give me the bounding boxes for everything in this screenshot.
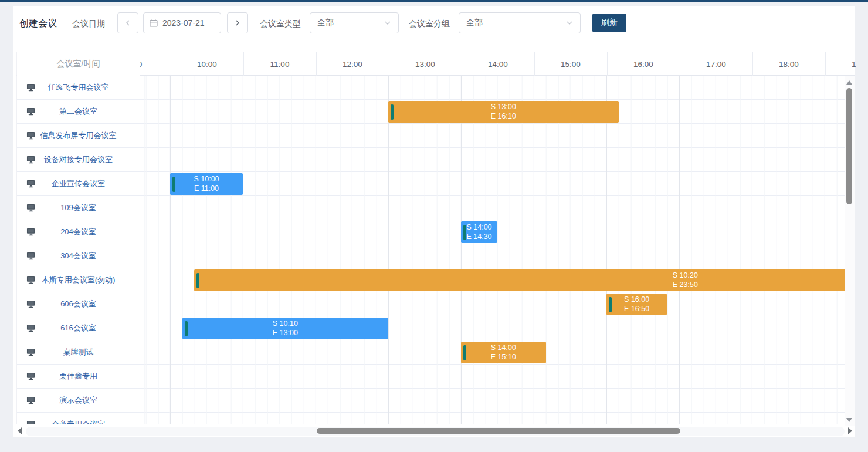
chevron-down-icon	[566, 19, 573, 26]
monitor-icon	[26, 372, 35, 380]
monitor-icon	[26, 300, 35, 308]
prev-day-button[interactable]	[117, 12, 138, 33]
schedule-grid[interactable]: S 13:00E 16:10S 10:00E 11:00S 14:00E 14:…	[140, 76, 845, 424]
room-name-link[interactable]: 演示会议室	[59, 395, 97, 406]
chevron-down-icon	[384, 19, 391, 26]
refresh-button[interactable]: 刷新	[592, 14, 626, 32]
schedule-header: 会议室/时间 9:0010:0011:0012:0013:0014:0015:0…	[16, 52, 855, 76]
event-time-label: S 14:00E 14:30	[461, 222, 497, 241]
monitor-icon	[26, 228, 35, 236]
time-axis: 9:0010:0011:0012:0013:0014:0015:0016:001…	[140, 52, 856, 76]
monitor-icon	[26, 276, 35, 284]
scroll-up-arrow-icon[interactable]	[846, 80, 852, 85]
room-name-link[interactable]: 木斯专用会议室(勿动)	[42, 275, 116, 285]
time-axis-label: 10:00	[171, 52, 243, 76]
room-row: 企业宣传会议室	[17, 172, 140, 196]
room-name-link[interactable]: 桌牌测试	[63, 347, 94, 357]
next-day-button[interactable]	[227, 12, 248, 33]
meeting-date-label: 会议日期	[72, 19, 105, 29]
date-picker-input[interactable]: 2023-07-21	[143, 12, 221, 33]
monitor-icon	[26, 324, 35, 332]
room-name-link[interactable]: 企业宣传会议室	[52, 178, 105, 189]
room-group-select[interactable]: 全部	[459, 12, 581, 33]
room-row: 第二会议室	[17, 100, 140, 124]
time-axis-label: 15:00	[534, 52, 607, 76]
room-name-link[interactable]: 会商专用会议室	[52, 419, 105, 424]
monitor-icon	[26, 156, 35, 164]
monitor-icon	[26, 204, 35, 212]
scroll-down-arrow-icon[interactable]	[846, 418, 852, 422]
room-name-link[interactable]: 任逸飞专用会议室	[48, 82, 109, 93]
room-type-label: 会议室类型	[260, 19, 301, 29]
room-row: 任逸飞专用会议室	[17, 76, 140, 100]
room-row: 栗佳鑫专用	[17, 365, 140, 389]
room-name-link[interactable]: 616会议室	[60, 323, 96, 333]
meeting-event-bar[interactable]: S 14:00E 15:10	[461, 342, 546, 363]
monitor-icon	[26, 252, 35, 260]
room-row: 304会议室	[17, 244, 140, 268]
room-group-label: 会议室分组	[409, 19, 450, 29]
corner-header-cell: 会议室/时间	[17, 52, 140, 76]
room-row: 演示会议室	[17, 389, 140, 413]
event-time-label: S 10:10E 13:00	[182, 319, 388, 338]
room-row: 204会议室	[17, 220, 140, 244]
time-axis-label: 12:00	[316, 52, 389, 76]
time-axis-label: 9:00	[140, 52, 171, 76]
room-name-link[interactable]: 109会议室	[60, 203, 96, 213]
room-name-link[interactable]: 606会议室	[60, 299, 96, 309]
time-axis-label: 13:00	[389, 52, 462, 76]
calendar-icon	[150, 19, 158, 27]
time-axis-label: 14:00	[462, 52, 534, 76]
scroll-right-arrow-icon[interactable]	[848, 427, 852, 434]
meeting-event-bar[interactable]: S 16:00E 16:50	[606, 294, 667, 315]
monitor-icon	[26, 83, 35, 92]
vertical-scrollbar-thumb[interactable]	[846, 88, 852, 204]
monitor-icon	[26, 396, 35, 404]
room-name-link[interactable]: 栗佳鑫专用	[59, 371, 97, 382]
room-name-link[interactable]: 204会议室	[60, 227, 96, 237]
meeting-event-bar[interactable]: S 10:20E 23:50	[194, 269, 845, 291]
room-row: 设备对接专用会议室	[17, 148, 140, 172]
room-name-link[interactable]: 第二会议室	[59, 106, 97, 117]
room-row: 信息发布屏专用会议室	[17, 124, 140, 148]
room-row: 桌牌测试	[17, 340, 140, 365]
horizontal-scrollbar-thumb[interactable]	[317, 428, 680, 434]
meeting-schedule-page: 创建会议 会议日期 2023-07-21 会议室类型 全部 会议室分组 全部	[0, 0, 868, 452]
room-group-value: 全部	[466, 18, 483, 28]
meeting-event-bar[interactable]: S 10:10E 13:00	[182, 318, 388, 339]
monitor-icon	[26, 131, 35, 140]
room-type-value: 全部	[317, 18, 334, 28]
scroll-left-arrow-icon[interactable]	[18, 427, 22, 434]
time-axis-label: 16:00	[607, 52, 680, 76]
event-time-label: S 10:20E 23:50	[194, 271, 845, 289]
vertical-scrollbar-track[interactable]	[845, 76, 855, 426]
chevron-right-icon	[235, 20, 240, 26]
room-row: 会商专用会议室	[17, 413, 140, 424]
chevron-left-icon	[125, 20, 131, 26]
meeting-event-bar[interactable]: S 13:00E 16:10	[388, 101, 619, 123]
time-axis-label: 19:00	[825, 52, 856, 76]
room-row: 606会议室	[17, 292, 140, 316]
event-time-label: S 14:00E 15:10	[461, 343, 546, 362]
monitor-icon	[26, 348, 35, 356]
monitor-icon	[26, 420, 35, 424]
room-row: 109会议室	[17, 196, 140, 220]
room-list-column: 任逸飞专用会议室第二会议室信息发布屏专用会议室设备对接专用会议室企业宣传会议室1…	[16, 76, 140, 424]
top-accent-bar	[0, 0, 868, 2]
meeting-event-bar[interactable]: S 14:00E 14:30	[461, 221, 497, 243]
create-meeting-button[interactable]: 创建会议	[19, 18, 57, 30]
time-axis-label: 17:00	[680, 52, 752, 76]
time-axis-label: 11:00	[243, 52, 316, 76]
room-name-link[interactable]: 设备对接专用会议室	[44, 154, 113, 165]
date-value: 2023-07-21	[162, 18, 205, 28]
room-type-select[interactable]: 全部	[310, 12, 399, 33]
room-row: 木斯专用会议室(勿动)	[17, 268, 140, 292]
room-row: 616会议室	[17, 316, 140, 340]
monitor-icon	[26, 107, 35, 116]
monitor-icon	[26, 180, 35, 188]
room-name-link[interactable]: 信息发布屏专用会议室	[40, 130, 117, 141]
meeting-event-bar[interactable]: S 10:00E 11:00	[170, 173, 243, 195]
event-time-label: S 13:00E 16:10	[388, 102, 619, 121]
room-name-link[interactable]: 304会议室	[60, 251, 96, 261]
event-time-label: S 10:00E 11:00	[170, 174, 243, 193]
